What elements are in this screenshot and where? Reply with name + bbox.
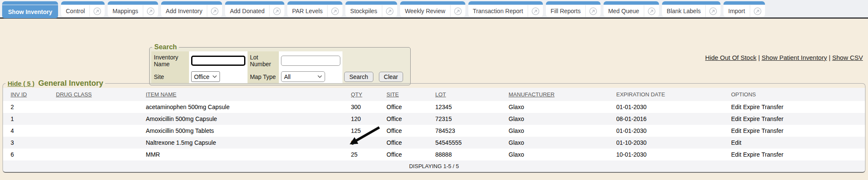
tab-transaction-report[interactable]: Transaction Report: [468, 1, 543, 17]
tab-open-in-new-button[interactable]: [270, 7, 284, 15]
lot-number-label: Lot Number: [248, 51, 279, 70]
tab-control[interactable]: Control: [61, 1, 105, 17]
cell-item-name: MMR: [138, 149, 343, 160]
tab-open-in-new-button[interactable]: [90, 7, 105, 15]
column-header-options: OPTIONS: [723, 88, 865, 101]
cell-inv-id: 6: [3, 149, 48, 160]
tab-open-in-new-button[interactable]: [706, 7, 721, 15]
cell-expiration-date: 10-01-2030: [609, 149, 723, 160]
tab-open-in-new-button[interactable]: [207, 7, 222, 15]
cell-drug-class: [48, 137, 138, 149]
cell-qty: 0: [343, 137, 379, 149]
cell-inv-id: 2: [3, 101, 48, 113]
column-label-manufacturer[interactable]: MANUFACTURER: [509, 91, 554, 98]
option-edit-link[interactable]: Edit: [731, 104, 741, 110]
chevron-down-icon: [212, 75, 217, 78]
link-separator: |: [758, 54, 762, 61]
option-expire-link[interactable]: Expire: [743, 151, 760, 158]
tab-accent-bar: [723, 1, 765, 5]
option-expire-link[interactable]: Expire: [743, 104, 760, 110]
column-label-qty[interactable]: QTY: [351, 91, 362, 98]
chevron-down-icon: [317, 75, 322, 78]
column-header-site: SITE: [379, 88, 428, 101]
cell-qty: 120: [343, 113, 379, 125]
link-show-patient-inventory[interactable]: Show Patient Inventory: [762, 54, 827, 61]
tab-accent-bar: [546, 1, 601, 5]
tab-open-in-new-button[interactable]: [586, 7, 601, 15]
link-show-csv[interactable]: Show CSV: [832, 54, 863, 61]
tab-stockpiles[interactable]: Stockpiles: [345, 1, 397, 17]
tab-label: Transaction Report: [468, 8, 528, 14]
tab-weekly-review[interactable]: Weekly Review: [400, 1, 465, 17]
table-row: 1Amoxicillin 500mg Capsule120Office72315…: [3, 113, 865, 125]
open-in-new-icon: [93, 7, 101, 15]
cell-drug-class: [48, 113, 138, 125]
tab-open-in-new-button[interactable]: [528, 7, 543, 15]
cell-drug-class: [48, 101, 138, 113]
inventory-name-label: Inventory Name: [151, 51, 189, 70]
cell-inv-id: 1: [3, 113, 48, 125]
cell-expiration-date: 01-10-2030: [609, 137, 723, 149]
tab-import[interactable]: Import: [723, 1, 765, 17]
hide-count-link[interactable]: Hide ( 5 ): [8, 80, 34, 87]
column-label-item-name[interactable]: ITEM NAME: [146, 91, 176, 98]
cell-qty: 125: [343, 125, 379, 137]
option-edit-link[interactable]: Edit: [731, 151, 741, 158]
tab-label: Add Donated: [225, 8, 269, 14]
option-transfer-link[interactable]: Transfer: [762, 104, 784, 110]
tab-open-in-new-button[interactable]: [143, 7, 158, 15]
table-row: 3Naltrexone 1.5mg Capsule0Office54545555…: [3, 137, 865, 149]
tab-blank-labels[interactable]: Blank Labels: [662, 1, 721, 17]
cell-options: EditExpireTransfer: [723, 113, 865, 125]
option-transfer-link[interactable]: Transfer: [762, 127, 784, 134]
tab-accent-bar: [604, 1, 659, 5]
column-label-inv-id[interactable]: INV ID: [11, 91, 27, 98]
column-header-item-name: ITEM NAME: [138, 88, 343, 101]
tab-add-donated[interactable]: Add Donated: [225, 1, 284, 17]
tab-open-in-new-button[interactable]: [382, 7, 397, 15]
option-transfer-link[interactable]: Transfer: [762, 115, 784, 122]
tab-mappings[interactable]: Mappings: [108, 1, 158, 17]
cell-expiration-date: 08-01-2016: [609, 113, 723, 125]
open-in-new-icon: [331, 7, 339, 15]
link-hide-out-of-stock[interactable]: Hide Out Of Stock: [705, 54, 757, 61]
cell-site: Office: [379, 149, 428, 160]
table-row: 4Amoxicillin 500mg Tablets125Office78452…: [3, 125, 865, 137]
tab-open-in-new-button[interactable]: [328, 7, 342, 15]
open-in-new-icon: [648, 7, 656, 15]
cell-expiration-date: 01-01-2030: [609, 125, 723, 137]
displaying-count: DISPLAYING 1-5 / 5: [3, 160, 865, 172]
tab-open-in-new-button[interactable]: [750, 7, 765, 15]
tab-open-in-new-button[interactable]: [644, 7, 659, 15]
option-expire-link[interactable]: Expire: [743, 127, 760, 134]
option-expire-link[interactable]: Expire: [743, 115, 760, 122]
open-in-new-icon: [709, 7, 717, 15]
tab-label: Mappings: [108, 8, 143, 14]
cell-manufacturer: Glaxo: [501, 113, 609, 125]
open-in-new-icon: [386, 7, 394, 15]
open-in-new-icon: [211, 7, 219, 15]
tab-show-inventory[interactable]: Show Inventory: [2, 1, 58, 18]
inventory-panel: Hide ( 5 ) General Inventory INV IDDRUG …: [3, 79, 865, 173]
option-edit-link[interactable]: Edit: [731, 115, 741, 122]
column-label-site[interactable]: SITE: [387, 91, 399, 98]
tab-label: Stockpiles: [345, 8, 382, 14]
inventory-name-input[interactable]: [191, 56, 245, 66]
column-label-drug-class[interactable]: DRUG CLASS: [56, 91, 92, 98]
lot-number-input[interactable]: [281, 56, 340, 66]
option-transfer-link[interactable]: Transfer: [762, 151, 784, 158]
column-header-qty: QTY: [343, 88, 379, 101]
tab-bar: Show InventoryControlMappingsAdd Invento…: [0, 0, 868, 19]
tab-med-queue[interactable]: Med Queue: [604, 1, 659, 17]
cell-lot: 784523: [428, 125, 501, 137]
tab-open-in-new-button[interactable]: [451, 7, 465, 15]
tab-fill-reports[interactable]: Fill Reports: [546, 1, 601, 17]
column-label-lot[interactable]: LOT: [435, 91, 446, 98]
option-edit-link[interactable]: Edit: [731, 139, 741, 146]
option-edit-link[interactable]: Edit: [731, 127, 741, 134]
column-label-expiration-date: EXPIRATION DATE: [616, 91, 665, 98]
cell-manufacturer: Glaxo: [501, 149, 609, 160]
cell-expiration-date: 01-01-2030: [609, 101, 723, 113]
tab-add-inventory[interactable]: Add Inventory: [161, 1, 222, 17]
tab-par-levels[interactable]: PAR Levels: [287, 1, 342, 17]
